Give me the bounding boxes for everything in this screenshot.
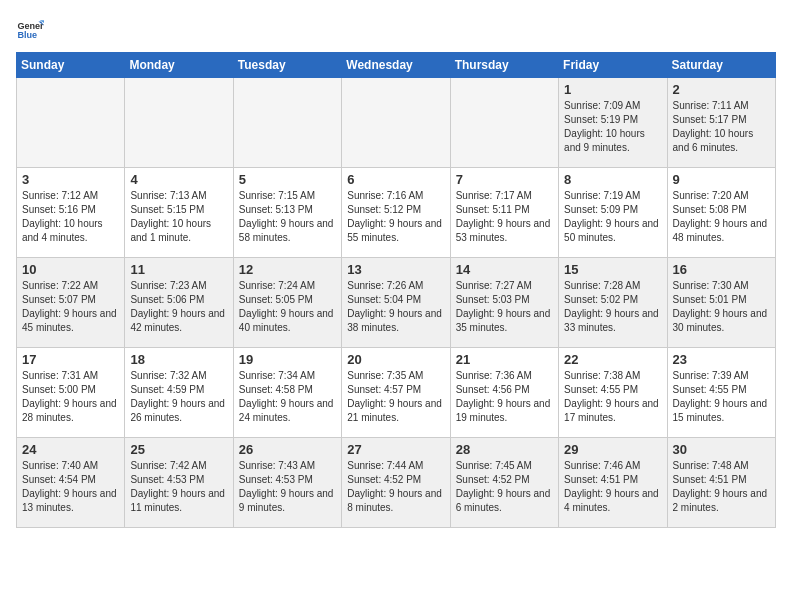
calendar-cell: 12Sunrise: 7:24 AM Sunset: 5:05 PM Dayli… (233, 258, 341, 348)
day-info: Sunrise: 7:46 AM Sunset: 4:51 PM Dayligh… (564, 459, 661, 515)
day-info: Sunrise: 7:24 AM Sunset: 5:05 PM Dayligh… (239, 279, 336, 335)
weekday-thursday: Thursday (450, 53, 558, 78)
day-info: Sunrise: 7:36 AM Sunset: 4:56 PM Dayligh… (456, 369, 553, 425)
calendar-cell: 19Sunrise: 7:34 AM Sunset: 4:58 PM Dayli… (233, 348, 341, 438)
calendar-cell: 1Sunrise: 7:09 AM Sunset: 5:19 PM Daylig… (559, 78, 667, 168)
day-number: 9 (673, 172, 770, 187)
calendar-cell: 29Sunrise: 7:46 AM Sunset: 4:51 PM Dayli… (559, 438, 667, 528)
calendar-cell: 5Sunrise: 7:15 AM Sunset: 5:13 PM Daylig… (233, 168, 341, 258)
day-info: Sunrise: 7:13 AM Sunset: 5:15 PM Dayligh… (130, 189, 227, 245)
calendar-cell: 2Sunrise: 7:11 AM Sunset: 5:17 PM Daylig… (667, 78, 775, 168)
day-info: Sunrise: 7:30 AM Sunset: 5:01 PM Dayligh… (673, 279, 770, 335)
calendar-cell: 28Sunrise: 7:45 AM Sunset: 4:52 PM Dayli… (450, 438, 558, 528)
calendar-cell: 9Sunrise: 7:20 AM Sunset: 5:08 PM Daylig… (667, 168, 775, 258)
calendar-cell: 30Sunrise: 7:48 AM Sunset: 4:51 PM Dayli… (667, 438, 775, 528)
calendar-cell: 22Sunrise: 7:38 AM Sunset: 4:55 PM Dayli… (559, 348, 667, 438)
day-number: 20 (347, 352, 444, 367)
day-info: Sunrise: 7:45 AM Sunset: 4:52 PM Dayligh… (456, 459, 553, 515)
weekday-monday: Monday (125, 53, 233, 78)
day-number: 11 (130, 262, 227, 277)
calendar-cell: 20Sunrise: 7:35 AM Sunset: 4:57 PM Dayli… (342, 348, 450, 438)
weekday-wednesday: Wednesday (342, 53, 450, 78)
day-info: Sunrise: 7:48 AM Sunset: 4:51 PM Dayligh… (673, 459, 770, 515)
weekday-header-row: SundayMondayTuesdayWednesdayThursdayFrid… (17, 53, 776, 78)
calendar-cell: 3Sunrise: 7:12 AM Sunset: 5:16 PM Daylig… (17, 168, 125, 258)
day-info: Sunrise: 7:12 AM Sunset: 5:16 PM Dayligh… (22, 189, 119, 245)
day-number: 4 (130, 172, 227, 187)
day-number: 16 (673, 262, 770, 277)
day-info: Sunrise: 7:44 AM Sunset: 4:52 PM Dayligh… (347, 459, 444, 515)
day-number: 25 (130, 442, 227, 457)
weekday-tuesday: Tuesday (233, 53, 341, 78)
day-info: Sunrise: 7:32 AM Sunset: 4:59 PM Dayligh… (130, 369, 227, 425)
day-number: 22 (564, 352, 661, 367)
day-number: 2 (673, 82, 770, 97)
calendar-cell (233, 78, 341, 168)
calendar-cell: 24Sunrise: 7:40 AM Sunset: 4:54 PM Dayli… (17, 438, 125, 528)
calendar-cell: 6Sunrise: 7:16 AM Sunset: 5:12 PM Daylig… (342, 168, 450, 258)
calendar-cell: 18Sunrise: 7:32 AM Sunset: 4:59 PM Dayli… (125, 348, 233, 438)
day-info: Sunrise: 7:42 AM Sunset: 4:53 PM Dayligh… (130, 459, 227, 515)
calendar-cell (125, 78, 233, 168)
calendar-cell (450, 78, 558, 168)
calendar-cell: 4Sunrise: 7:13 AM Sunset: 5:15 PM Daylig… (125, 168, 233, 258)
calendar-cell: 14Sunrise: 7:27 AM Sunset: 5:03 PM Dayli… (450, 258, 558, 348)
logo-icon: General Blue (16, 16, 44, 44)
week-row-5: 24Sunrise: 7:40 AM Sunset: 4:54 PM Dayli… (17, 438, 776, 528)
day-number: 24 (22, 442, 119, 457)
day-number: 30 (673, 442, 770, 457)
calendar-table: SundayMondayTuesdayWednesdayThursdayFrid… (16, 52, 776, 528)
calendar-cell: 21Sunrise: 7:36 AM Sunset: 4:56 PM Dayli… (450, 348, 558, 438)
day-info: Sunrise: 7:15 AM Sunset: 5:13 PM Dayligh… (239, 189, 336, 245)
day-number: 3 (22, 172, 119, 187)
calendar-cell: 25Sunrise: 7:42 AM Sunset: 4:53 PM Dayli… (125, 438, 233, 528)
calendar-cell (17, 78, 125, 168)
day-number: 29 (564, 442, 661, 457)
day-info: Sunrise: 7:35 AM Sunset: 4:57 PM Dayligh… (347, 369, 444, 425)
day-info: Sunrise: 7:31 AM Sunset: 5:00 PM Dayligh… (22, 369, 119, 425)
calendar-cell: 16Sunrise: 7:30 AM Sunset: 5:01 PM Dayli… (667, 258, 775, 348)
day-number: 1 (564, 82, 661, 97)
day-info: Sunrise: 7:40 AM Sunset: 4:54 PM Dayligh… (22, 459, 119, 515)
day-info: Sunrise: 7:38 AM Sunset: 4:55 PM Dayligh… (564, 369, 661, 425)
day-number: 21 (456, 352, 553, 367)
day-info: Sunrise: 7:43 AM Sunset: 4:53 PM Dayligh… (239, 459, 336, 515)
day-number: 6 (347, 172, 444, 187)
week-row-2: 3Sunrise: 7:12 AM Sunset: 5:16 PM Daylig… (17, 168, 776, 258)
calendar-cell: 10Sunrise: 7:22 AM Sunset: 5:07 PM Dayli… (17, 258, 125, 348)
day-info: Sunrise: 7:09 AM Sunset: 5:19 PM Dayligh… (564, 99, 661, 155)
day-info: Sunrise: 7:39 AM Sunset: 4:55 PM Dayligh… (673, 369, 770, 425)
page-header: General Blue (16, 16, 776, 44)
calendar-cell: 17Sunrise: 7:31 AM Sunset: 5:00 PM Dayli… (17, 348, 125, 438)
logo: General Blue (16, 16, 48, 44)
day-number: 5 (239, 172, 336, 187)
day-info: Sunrise: 7:34 AM Sunset: 4:58 PM Dayligh… (239, 369, 336, 425)
week-row-3: 10Sunrise: 7:22 AM Sunset: 5:07 PM Dayli… (17, 258, 776, 348)
calendar-cell: 7Sunrise: 7:17 AM Sunset: 5:11 PM Daylig… (450, 168, 558, 258)
day-number: 19 (239, 352, 336, 367)
day-number: 12 (239, 262, 336, 277)
calendar-cell: 8Sunrise: 7:19 AM Sunset: 5:09 PM Daylig… (559, 168, 667, 258)
day-info: Sunrise: 7:16 AM Sunset: 5:12 PM Dayligh… (347, 189, 444, 245)
day-info: Sunrise: 7:27 AM Sunset: 5:03 PM Dayligh… (456, 279, 553, 335)
day-info: Sunrise: 7:20 AM Sunset: 5:08 PM Dayligh… (673, 189, 770, 245)
day-info: Sunrise: 7:11 AM Sunset: 5:17 PM Dayligh… (673, 99, 770, 155)
day-number: 7 (456, 172, 553, 187)
calendar-cell (342, 78, 450, 168)
weekday-saturday: Saturday (667, 53, 775, 78)
calendar-cell: 11Sunrise: 7:23 AM Sunset: 5:06 PM Dayli… (125, 258, 233, 348)
day-info: Sunrise: 7:26 AM Sunset: 5:04 PM Dayligh… (347, 279, 444, 335)
weekday-sunday: Sunday (17, 53, 125, 78)
day-number: 26 (239, 442, 336, 457)
day-number: 17 (22, 352, 119, 367)
day-number: 13 (347, 262, 444, 277)
day-info: Sunrise: 7:28 AM Sunset: 5:02 PM Dayligh… (564, 279, 661, 335)
day-number: 10 (22, 262, 119, 277)
week-row-1: 1Sunrise: 7:09 AM Sunset: 5:19 PM Daylig… (17, 78, 776, 168)
weekday-friday: Friday (559, 53, 667, 78)
svg-text:Blue: Blue (17, 30, 37, 40)
calendar-body: 1Sunrise: 7:09 AM Sunset: 5:19 PM Daylig… (17, 78, 776, 528)
calendar-cell: 26Sunrise: 7:43 AM Sunset: 4:53 PM Dayli… (233, 438, 341, 528)
day-info: Sunrise: 7:17 AM Sunset: 5:11 PM Dayligh… (456, 189, 553, 245)
day-number: 27 (347, 442, 444, 457)
